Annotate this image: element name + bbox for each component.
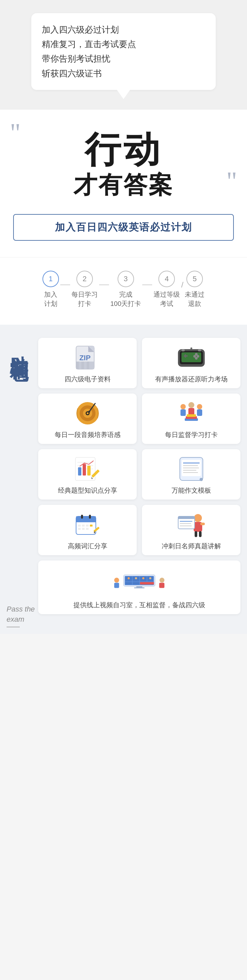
svg-point-95 bbox=[159, 578, 164, 582]
svg-rect-72 bbox=[178, 516, 194, 519]
join-banner-text: 加入百日四六级英语必过计划 bbox=[55, 222, 192, 232]
svg-point-25 bbox=[87, 412, 89, 414]
benefit-zip-label: 四六级电子资料 bbox=[65, 375, 111, 383]
benefit-template-label: 万能作文模板 bbox=[172, 486, 211, 495]
svg-point-28 bbox=[180, 404, 186, 409]
join-section: 加入百日四六级英语必过计划 bbox=[0, 214, 247, 257]
step-circle-1: 1 bbox=[43, 271, 59, 287]
slogan-line2: 才有答案 bbox=[13, 169, 234, 201]
online-icon bbox=[110, 567, 169, 597]
svg-rect-33 bbox=[197, 409, 202, 416]
benefit-online: 提供线上视频自习室，互相监督，备战四六级 bbox=[38, 560, 241, 614]
slogan-section: " 行动 才有答案 " bbox=[0, 110, 247, 214]
step-connector-1 bbox=[60, 285, 70, 285]
svg-rect-41 bbox=[78, 467, 81, 476]
svg-rect-58 bbox=[78, 525, 81, 527]
step-label-5: 未通过退款 bbox=[185, 290, 204, 308]
steps-row: 1 加入计划 2 每日学习打卡 3 完成100天打卡 4 通过等级考试 / 5 … bbox=[6, 271, 241, 308]
svg-rect-63 bbox=[82, 528, 84, 530]
svg-point-30 bbox=[188, 402, 194, 408]
svg-rect-43 bbox=[87, 466, 91, 476]
chart-icon bbox=[71, 456, 104, 482]
svg-rect-94 bbox=[114, 582, 119, 588]
svg-rect-18 bbox=[198, 349, 201, 352]
svg-rect-3 bbox=[81, 361, 84, 369]
benefit-template: 万能作文模板 bbox=[142, 449, 241, 500]
svg-rect-96 bbox=[159, 582, 164, 588]
step-circle-5: 5 bbox=[186, 271, 203, 287]
svg-rect-92 bbox=[134, 587, 145, 588]
svg-rect-76 bbox=[194, 531, 197, 537]
benefit-vocab-label: 高频词汇分享 bbox=[68, 542, 107, 550]
vocab-icon bbox=[71, 511, 104, 538]
svg-point-32 bbox=[197, 404, 202, 409]
svg-rect-17 bbox=[182, 349, 185, 352]
benefit-vocab: 高频词汇分享 bbox=[38, 505, 137, 555]
svg-point-85 bbox=[135, 577, 137, 579]
step-circle-4: 4 bbox=[158, 271, 175, 287]
benefits-layout: 助学福利包 ZIP bbox=[6, 338, 241, 614]
benefit-teacher: 冲刺日名师真题讲解 bbox=[142, 505, 241, 555]
benefit-teacher-label: 冲刺日名师真题讲解 bbox=[162, 542, 221, 550]
speech-bubble: 加入四六级必过计划精准复习，直击考试要点带你告别考试担忧斩获四六级证书 bbox=[31, 13, 216, 90]
benefits-section: 助学福利包 ZIP bbox=[0, 325, 247, 634]
gamepad-icon bbox=[175, 344, 208, 371]
benefits-label: 助学福利包 bbox=[6, 338, 32, 351]
svg-rect-59 bbox=[82, 525, 84, 527]
benefit-chart-label: 经典题型知识点分享 bbox=[58, 486, 117, 495]
svg-point-93 bbox=[114, 578, 119, 582]
step-label-2: 每日学习打卡 bbox=[72, 290, 98, 308]
svg-point-13 bbox=[195, 353, 198, 356]
benefit-audio: 每日一段音频培养语感 bbox=[38, 393, 137, 444]
quote-close-icon: " bbox=[226, 168, 237, 194]
step-2: 2 每日学习打卡 bbox=[72, 271, 98, 308]
benefit-gamepad: 有声播放器还原听力考场 bbox=[142, 338, 241, 388]
step-label-1: 加入计划 bbox=[44, 290, 57, 308]
svg-point-20 bbox=[191, 348, 192, 349]
svg-rect-4 bbox=[87, 361, 89, 369]
steps-section: 1 加入计划 2 每日学习打卡 3 完成100天打卡 4 通过等级考试 / 5 … bbox=[0, 257, 247, 325]
svg-rect-2 bbox=[76, 361, 79, 369]
benefit-study-label: 每日监督学习打卡 bbox=[165, 430, 218, 439]
svg-rect-62 bbox=[78, 528, 81, 530]
quote-open-icon: " bbox=[10, 119, 21, 146]
svg-point-53 bbox=[199, 478, 203, 481]
svg-rect-61 bbox=[90, 525, 92, 527]
zip-icon: ZIP bbox=[71, 344, 104, 371]
svg-point-87 bbox=[149, 577, 151, 579]
step-connector-3 bbox=[142, 285, 152, 285]
svg-rect-90 bbox=[140, 582, 154, 584]
svg-rect-29 bbox=[180, 409, 186, 416]
step-connector-2 bbox=[99, 285, 109, 285]
step-4: 4 通过等级考试 bbox=[153, 271, 180, 308]
svg-rect-31 bbox=[188, 408, 194, 415]
svg-point-86 bbox=[142, 577, 144, 579]
svg-point-27 bbox=[88, 410, 90, 413]
step-label-3: 完成100天打卡 bbox=[110, 290, 141, 308]
step-1: 1 加入计划 bbox=[43, 271, 59, 308]
benefit-study: 每日监督学习打卡 bbox=[142, 393, 241, 444]
svg-point-67 bbox=[194, 514, 202, 522]
svg-rect-55 bbox=[76, 516, 96, 522]
slogan-line1: 行动 bbox=[13, 129, 234, 169]
audio-icon bbox=[71, 400, 104, 426]
join-banner[interactable]: 加入百日四六级英语必过计划 bbox=[13, 214, 234, 241]
svg-text:ZIP: ZIP bbox=[79, 354, 90, 362]
svg-rect-88 bbox=[126, 582, 132, 584]
svg-rect-56 bbox=[81, 515, 83, 519]
template-icon bbox=[175, 456, 208, 482]
svg-rect-36 bbox=[187, 414, 196, 417]
step-circle-2: 2 bbox=[76, 271, 93, 287]
step-slash: / bbox=[181, 280, 183, 290]
svg-point-84 bbox=[128, 577, 130, 579]
study-icon bbox=[175, 400, 208, 426]
svg-rect-70 bbox=[200, 523, 205, 525]
benefit-gamepad-label: 有声播放器还原听力考场 bbox=[155, 375, 228, 383]
pass-exam-text: Pass theexam bbox=[6, 604, 35, 627]
svg-rect-1 bbox=[76, 361, 94, 369]
svg-point-14 bbox=[195, 357, 198, 360]
svg-rect-64 bbox=[86, 528, 89, 530]
benefits-grid: ZIP 四六级电子资料 bbox=[38, 338, 241, 614]
bubble-text: 加入四六级必过计划精准复习，直击考试要点带你告别考试担忧斩获四六级证书 bbox=[42, 22, 205, 81]
bubble-section: 加入四六级必过计划精准复习，直击考试要点带你告别考试担忧斩获四六级证书 bbox=[0, 0, 247, 110]
